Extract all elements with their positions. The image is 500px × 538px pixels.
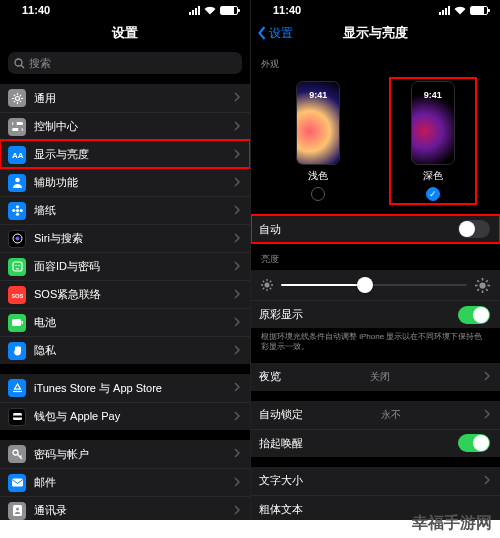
chevron-icon bbox=[234, 411, 240, 423]
row-person[interactable]: 辅助功能 bbox=[0, 168, 250, 196]
dark-label: 深色 bbox=[393, 169, 473, 183]
truetone-label: 原彩显示 bbox=[259, 307, 303, 322]
row-label: 辅助功能 bbox=[34, 175, 78, 190]
nightshift-value: 关闭 bbox=[370, 370, 390, 384]
autolock-value: 永不 bbox=[381, 408, 401, 422]
chevron-icon bbox=[234, 121, 240, 133]
row-switches[interactable]: 控制中心 bbox=[0, 112, 250, 140]
dark-radio[interactable] bbox=[426, 187, 440, 201]
chevron-icon bbox=[234, 92, 240, 104]
row-siri[interactable]: Siri与搜索 bbox=[0, 224, 250, 252]
row-text-size[interactable]: 文字大小 bbox=[251, 467, 500, 495]
wifi-icon bbox=[454, 6, 466, 15]
row-face[interactable]: 面容ID与密码 bbox=[0, 252, 250, 280]
back-button[interactable]: 设置 bbox=[257, 18, 293, 48]
truetone-toggle[interactable] bbox=[458, 306, 490, 324]
status-time: 11:40 bbox=[22, 4, 50, 16]
status-bar: 11:40 bbox=[251, 0, 500, 18]
search-icon bbox=[14, 58, 25, 69]
chevron-icon bbox=[234, 233, 240, 245]
sos-icon bbox=[8, 286, 26, 304]
row-mail[interactable]: 邮件 bbox=[0, 468, 250, 496]
raise-label: 抬起唤醒 bbox=[259, 436, 303, 451]
search-field[interactable]: 搜索 bbox=[8, 52, 242, 74]
appearance-picker: 9:41 浅色 9:41 深色 bbox=[251, 75, 500, 205]
section-appearance: 外观 bbox=[251, 48, 500, 75]
brightness-slider-row bbox=[251, 270, 500, 300]
row-key[interactable]: 密码与帐户 bbox=[0, 440, 250, 468]
row-appstore[interactable]: iTunes Store 与 App Store bbox=[0, 374, 250, 402]
row-label: 通用 bbox=[34, 91, 56, 106]
chevron-icon bbox=[234, 345, 240, 357]
chevron-icon bbox=[234, 149, 240, 161]
chevron-icon bbox=[484, 475, 490, 487]
bold-label: 粗体文本 bbox=[259, 502, 303, 517]
row-label: SOS紧急联络 bbox=[34, 287, 101, 302]
settings-pane: 11:40 设置 搜索 通用控制中心显示与亮度辅助功能墙纸Siri与搜索面容ID… bbox=[0, 0, 250, 520]
chevron-icon bbox=[234, 448, 240, 460]
aa-icon bbox=[8, 146, 26, 164]
hand-icon bbox=[8, 342, 26, 360]
dark-thumbnail: 9:41 bbox=[411, 81, 455, 165]
page-title: 显示与亮度 bbox=[343, 24, 408, 42]
row-aa[interactable]: 显示与亮度 bbox=[0, 140, 250, 168]
siri-icon bbox=[8, 230, 26, 248]
chevron-icon bbox=[234, 261, 240, 273]
row-gear[interactable]: 通用 bbox=[0, 84, 250, 112]
row-label: 密码与帐户 bbox=[34, 447, 89, 462]
chevron-icon bbox=[484, 371, 490, 383]
row-auto-appearance[interactable]: 自动 bbox=[251, 215, 500, 243]
battery-icon bbox=[220, 6, 238, 15]
truetone-footnote: 根据环境光线条件自动调整 iPhone 显示以在不同环境下保持色彩显示一致。 bbox=[251, 328, 500, 353]
appearance-light[interactable]: 9:41 浅色 bbox=[278, 81, 358, 201]
row-label: Siri与搜索 bbox=[34, 231, 83, 246]
row-label: 电池 bbox=[34, 315, 56, 330]
wallet-icon bbox=[8, 408, 26, 426]
chevron-icon bbox=[234, 205, 240, 217]
chevron-icon bbox=[234, 382, 240, 394]
auto-label: 自动 bbox=[259, 222, 281, 237]
chevron-icon bbox=[234, 289, 240, 301]
row-label: 控制中心 bbox=[34, 119, 78, 134]
battery-icon bbox=[8, 314, 26, 332]
nav-header: 设置 bbox=[0, 18, 250, 48]
key-icon bbox=[8, 445, 26, 463]
row-raise-to-wake[interactable]: 抬起唤醒 bbox=[251, 429, 500, 457]
row-label: 钱包与 Apple Pay bbox=[34, 409, 120, 424]
chevron-icon bbox=[234, 477, 240, 489]
signal-icon bbox=[439, 6, 450, 15]
gear-icon bbox=[8, 89, 26, 107]
battery-icon bbox=[470, 6, 488, 15]
row-sos[interactable]: SOS紧急联络 bbox=[0, 280, 250, 308]
sun-small-icon bbox=[261, 279, 273, 291]
chevron-icon bbox=[234, 317, 240, 329]
person-icon bbox=[8, 174, 26, 192]
row-contacts[interactable]: 通讯录 bbox=[0, 496, 250, 520]
signal-icon bbox=[189, 6, 200, 15]
row-autolock[interactable]: 自动锁定 永不 bbox=[251, 401, 500, 429]
textsize-label: 文字大小 bbox=[259, 473, 303, 488]
nav-header: 设置 显示与亮度 bbox=[251, 18, 500, 48]
brightness-slider[interactable] bbox=[281, 284, 467, 286]
row-truetone[interactable]: 原彩显示 bbox=[251, 300, 500, 328]
row-flower[interactable]: 墙纸 bbox=[0, 196, 250, 224]
contacts-icon bbox=[8, 502, 26, 520]
chevron-icon bbox=[234, 177, 240, 189]
status-time: 11:40 bbox=[273, 4, 301, 16]
row-label: 显示与亮度 bbox=[34, 147, 89, 162]
row-label: 隐私 bbox=[34, 343, 56, 358]
row-label: iTunes Store 与 App Store bbox=[34, 381, 162, 396]
auto-toggle[interactable] bbox=[458, 220, 490, 238]
mail-icon bbox=[8, 474, 26, 492]
row-battery[interactable]: 电池 bbox=[0, 308, 250, 336]
chevron-icon bbox=[234, 505, 240, 517]
light-radio[interactable] bbox=[311, 187, 325, 201]
status-bar: 11:40 bbox=[0, 0, 250, 18]
row-label: 墙纸 bbox=[34, 203, 56, 218]
raise-toggle[interactable] bbox=[458, 434, 490, 452]
row-hand[interactable]: 隐私 bbox=[0, 336, 250, 364]
row-nightshift[interactable]: 夜览 关闭 bbox=[251, 363, 500, 391]
appearance-dark[interactable]: 9:41 深色 bbox=[393, 81, 473, 201]
wifi-icon bbox=[204, 6, 216, 15]
row-wallet[interactable]: 钱包与 Apple Pay bbox=[0, 402, 250, 430]
